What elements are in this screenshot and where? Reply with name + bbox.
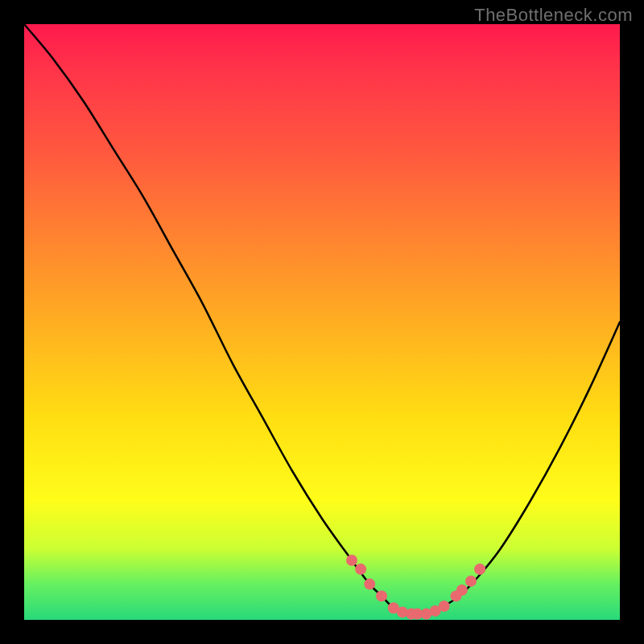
- highlight-dot: [346, 555, 357, 566]
- highlight-dot: [439, 601, 450, 612]
- bottleneck-curve-line: [24, 24, 620, 614]
- plot-area: [24, 24, 620, 620]
- highlight-dot-group: [346, 555, 485, 620]
- highlight-dot: [456, 584, 468, 596]
- highlight-dot: [376, 590, 387, 601]
- highlight-dot: [355, 564, 366, 575]
- chart-frame: TheBottleneck.com: [0, 0, 644, 644]
- highlight-dot: [474, 564, 485, 575]
- highlight-dot: [465, 576, 477, 587]
- bottleneck-curve-svg: [24, 24, 620, 620]
- watermark-text: TheBottleneck.com: [474, 5, 633, 26]
- highlight-dot: [364, 579, 375, 590]
